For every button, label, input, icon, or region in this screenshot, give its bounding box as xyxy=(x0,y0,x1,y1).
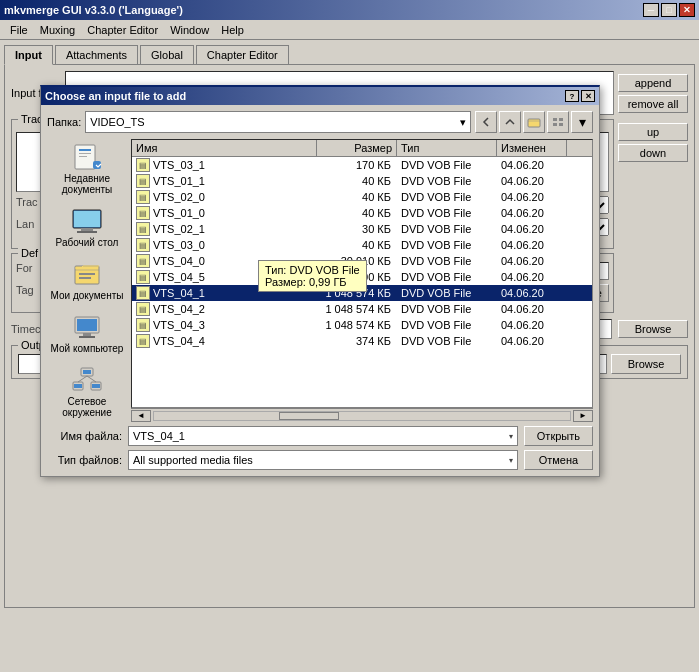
svg-rect-18 xyxy=(77,319,97,331)
nav-back-button[interactable] xyxy=(475,111,497,133)
open-button[interactable]: Открыть xyxy=(524,426,593,446)
nav-up-button[interactable] xyxy=(499,111,521,133)
file-icon-2: ▤ xyxy=(136,190,150,204)
file-list-container: Недавние документы Рабочий стол xyxy=(47,139,593,422)
nav-my-computer[interactable]: Мой компьютер xyxy=(47,309,127,358)
network-icon xyxy=(71,366,103,394)
file-type-7: DVD VOB File xyxy=(397,271,497,283)
dialog-overlay: Choose an input file to add ? ✕ Папка: V… xyxy=(0,0,699,672)
file-row-7[interactable]: ▤ VTS_04_5 349 800 КБ DVD VOB File 04.06… xyxy=(132,269,592,285)
file-type-3: DVD VOB File xyxy=(397,207,497,219)
scroll-left-button[interactable]: ◄ xyxy=(131,410,151,422)
file-row-5[interactable]: ▤ VTS_03_0 40 КБ DVD VOB File 04.06.20 xyxy=(132,237,592,253)
dialog-close-button[interactable]: ✕ xyxy=(581,90,595,102)
filetype-row: Тип файлов: All supported media files ▾ xyxy=(47,450,518,470)
file-icon-0: ▤ xyxy=(136,158,150,172)
recent-docs-label: Недавние документы xyxy=(49,173,125,195)
folder-nav-buttons: ▾ xyxy=(475,111,593,133)
file-row-4[interactable]: ▤ VTS_02_1 30 КБ DVD VOB File 04.06.20 xyxy=(132,221,592,237)
svg-rect-13 xyxy=(77,231,97,233)
scroll-thumb[interactable] xyxy=(279,412,339,420)
file-size-8: 1 048 574 КБ xyxy=(317,287,397,299)
file-row-8[interactable]: ▤ VTS_04_1 1 048 574 КБ DVD VOB File 04.… xyxy=(132,285,592,301)
file-name-5: VTS_03_0 xyxy=(153,239,205,251)
file-icon-3: ▤ xyxy=(136,206,150,220)
dialog-body: Папка: VIDEO_TS ▾ xyxy=(41,105,599,476)
file-name-0: VTS_03_1 xyxy=(153,159,205,171)
nav-my-docs[interactable]: Мои документы xyxy=(47,256,127,305)
nav-network[interactable]: Сетевое окружение xyxy=(47,362,127,422)
file-icon-10: ▤ xyxy=(136,318,150,332)
file-type-8: DVD VOB File xyxy=(397,287,497,299)
filename-value: VTS_04_1 xyxy=(133,430,185,442)
file-size-7: 349 800 КБ xyxy=(317,271,397,283)
file-type-0: DVD VOB File xyxy=(397,159,497,171)
file-row-9[interactable]: ▤ VTS_04_2 1 048 574 КБ DVD VOB File 04.… xyxy=(132,301,592,317)
cancel-button[interactable]: Отмена xyxy=(524,450,593,470)
svg-rect-0 xyxy=(528,119,540,127)
file-type-1: DVD VOB File xyxy=(397,175,497,187)
file-icon-9: ▤ xyxy=(136,302,150,316)
scroll-right-button[interactable]: ► xyxy=(573,410,593,422)
file-name-7: VTS_04_5 xyxy=(153,271,205,283)
file-row-11[interactable]: ▤ VTS_04_4 374 КБ DVD VOB File 04.06.20 xyxy=(132,333,592,349)
dialog-title-buttons: ? ✕ xyxy=(565,90,595,102)
svg-rect-20 xyxy=(79,336,95,338)
file-name-1: VTS_01_1 xyxy=(153,175,205,187)
file-name-3: VTS_01_0 xyxy=(153,207,205,219)
file-row-10[interactable]: ▤ VTS_04_3 1 048 574 КБ DVD VOB File 04.… xyxy=(132,317,592,333)
file-list[interactable]: Имя Размер Тип Изменен ▤ VTS_03_1 170 КБ… xyxy=(131,139,593,408)
my-computer-icon xyxy=(71,313,103,341)
file-row-2[interactable]: ▤ VTS_02_0 40 КБ DVD VOB File 04.06.20 xyxy=(132,189,592,205)
file-type-5: DVD VOB File xyxy=(397,239,497,251)
col-header-size[interactable]: Размер xyxy=(317,140,397,156)
file-row-3[interactable]: ▤ VTS_01_0 40 КБ DVD VOB File 04.06.20 xyxy=(132,205,592,221)
dialog-title-bar: Choose an input file to add ? ✕ xyxy=(41,87,599,105)
file-date-7: 04.06.20 xyxy=(497,271,567,283)
nav-view-button[interactable] xyxy=(547,111,569,133)
file-name-9: VTS_04_2 xyxy=(153,303,205,315)
folder-combo[interactable]: VIDEO_TS ▾ xyxy=(85,111,471,133)
file-date-2: 04.06.20 xyxy=(497,191,567,203)
file-date-0: 04.06.20 xyxy=(497,159,567,171)
col-header-date[interactable]: Изменен xyxy=(497,140,567,156)
dialog-help-button[interactable]: ? xyxy=(565,90,579,102)
svg-rect-22 xyxy=(83,370,91,374)
col-header-type[interactable]: Тип xyxy=(397,140,497,156)
horizontal-scrollbar[interactable]: ◄ ► xyxy=(131,408,593,422)
file-size-1: 40 КБ xyxy=(317,175,397,187)
filetype-label: Тип файлов: xyxy=(47,454,122,466)
nav-desktop[interactable]: Рабочий стол xyxy=(47,203,127,252)
nav-new-folder-button[interactable] xyxy=(523,111,545,133)
filetype-combo[interactable]: All supported media files ▾ xyxy=(128,450,518,470)
dialog-fields: Имя файла: VTS_04_1 ▾ Тип файлов: All su… xyxy=(47,426,518,470)
file-icon-11: ▤ xyxy=(136,334,150,348)
dialog-action-buttons: Открыть Отмена xyxy=(524,426,593,470)
filename-label: Имя файла: xyxy=(47,430,122,442)
scroll-track[interactable] xyxy=(153,411,571,421)
file-row-1[interactable]: ▤ VTS_01_1 40 КБ DVD VOB File 04.06.20 xyxy=(132,173,592,189)
nav-recent-docs[interactable]: Недавние документы xyxy=(47,139,127,199)
svg-rect-2 xyxy=(559,118,563,121)
svg-rect-12 xyxy=(81,228,93,231)
file-size-4: 30 КБ xyxy=(317,223,397,235)
file-size-0: 170 КБ xyxy=(317,159,397,171)
my-computer-label: Мой компьютер xyxy=(51,343,124,354)
file-date-3: 04.06.20 xyxy=(497,207,567,219)
svg-rect-16 xyxy=(79,277,91,279)
file-row-6[interactable]: ▤ VTS_04_0 30 910 КБ DVD VOB File 04.06.… xyxy=(132,253,592,269)
svg-rect-11 xyxy=(74,211,100,227)
file-icon-6: ▤ xyxy=(136,254,150,268)
svg-rect-26 xyxy=(92,384,100,388)
file-date-5: 04.06.20 xyxy=(497,239,567,251)
file-date-1: 04.06.20 xyxy=(497,175,567,187)
nav-dropdown-button[interactable]: ▾ xyxy=(571,111,593,133)
dialog-title: Choose an input file to add xyxy=(45,90,186,102)
file-row-0[interactable]: ▤ VTS_03_1 170 КБ DVD VOB File 04.06.20 xyxy=(132,157,592,173)
file-type-11: DVD VOB File xyxy=(397,335,497,347)
open-file-dialog: Choose an input file to add ? ✕ Папка: V… xyxy=(40,85,600,477)
file-icon-4: ▤ xyxy=(136,222,150,236)
filename-combo[interactable]: VTS_04_1 ▾ xyxy=(128,426,518,446)
col-header-name[interactable]: Имя xyxy=(132,140,317,156)
filename-row: Имя файла: VTS_04_1 ▾ xyxy=(47,426,518,446)
